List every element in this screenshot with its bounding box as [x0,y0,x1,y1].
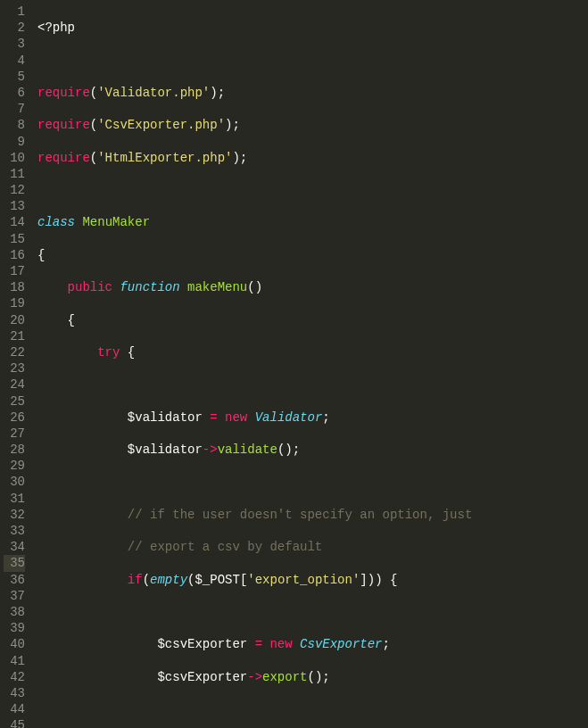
line-number: 23 [4,360,25,376]
function-name: makeMenu [187,280,247,294]
keyword: try [97,345,120,360]
variable: $validator [128,410,203,425]
line-number: 45 [4,717,25,728]
code-area[interactable]: <?php require('Validator.php'); require(… [32,0,588,728]
variable: $csvExporter [157,637,247,651]
line-number: 3 [4,36,25,52]
code-line[interactable]: $csvExporter = new CsvExporter; [37,636,588,652]
line-number: 5 [4,69,25,85]
line-number: 10 [4,150,25,166]
keyword: new [269,637,292,651]
php-open-tag: <?php [37,21,75,35]
line-number: 38 [4,604,25,620]
operator: -> [247,670,262,684]
code-line[interactable]: require('Validator.php'); [37,85,588,101]
line-number: 33 [4,523,25,539]
code-line[interactable]: // if the user doesn't specify an option… [37,507,588,523]
string: 'export_option' [247,573,360,587]
paren: ) [285,443,292,457]
code-line[interactable] [37,604,588,620]
line-number: 31 [4,491,25,507]
code-line[interactable]: <?php [37,20,588,36]
line-number: 36 [4,572,25,588]
code-line[interactable] [37,474,588,490]
line-number: 4 [4,53,25,69]
line-number: 34 [4,539,25,555]
brace: { [128,345,135,360]
paren: ) [368,573,375,587]
line-number: 37 [4,588,25,604]
bracket: ] [360,573,367,587]
line-number: 29 [4,458,25,474]
line-number-gutter: 1234567891011121314151617181920212223242… [0,0,32,728]
string: 'CsvExporter.php' [97,118,225,132]
line-number: 30 [4,474,25,490]
method: export [262,670,307,684]
code-line[interactable]: public function makeMenu() [37,279,588,295]
keyword: require [37,151,90,165]
line-number: 40 [4,636,25,652]
keyword: class [37,215,75,229]
code-line[interactable]: $validator = new Validator; [37,410,588,426]
line-number: 42 [4,669,25,685]
line-number: 1 [4,4,25,20]
code-line[interactable]: try { [37,344,588,360]
semicolon: ; [383,637,390,651]
line-number: 15 [4,231,25,247]
line-number: 12 [4,182,25,198]
line-number: 14 [4,214,25,230]
operator: -> [203,443,218,457]
keyword: new [225,410,247,425]
paren: ( [90,86,97,100]
line-number: 11 [4,166,25,182]
brace: { [390,573,397,587]
code-line[interactable]: // export a csv by default [37,539,588,555]
paren: ) [232,151,239,165]
keyword: require [37,118,90,132]
paren: ( [247,280,254,294]
class-name: MenuMaker [82,215,150,229]
line-number: 26 [4,410,25,426]
semicolon: ; [322,410,329,425]
type: CsvExporter [300,637,382,651]
line-number: 13 [4,198,25,214]
line-number: 18 [4,279,25,295]
code-line[interactable]: { [37,312,588,328]
variable: $_POST [195,573,239,587]
code-line[interactable]: $validator->validate(); [37,442,588,458]
variable: $validator [128,443,203,457]
code-line[interactable]: require('HtmlExporter.php'); [37,150,588,166]
code-editor[interactable]: 1234567891011121314151617181920212223242… [0,0,588,728]
code-line[interactable]: require('CsvExporter.php'); [37,117,588,133]
paren: ) [255,280,262,294]
semicolon: ; [293,443,300,457]
string: 'HtmlExporter.php' [97,151,232,165]
code-line[interactable]: class MenuMaker [37,214,588,230]
keyword: require [37,86,90,100]
operator: = [255,637,262,651]
line-number: 35 [4,555,25,571]
line-number: 25 [4,393,25,410]
code-line[interactable]: if(empty($_POST['export_option'])) { [37,572,588,588]
line-number: 41 [4,653,25,669]
code-line[interactable] [37,53,588,69]
code-line[interactable] [37,376,588,393]
code-line[interactable]: { [37,247,588,263]
method: validate [218,443,277,457]
code-line[interactable] [37,701,588,717]
line-number: 43 [4,685,25,701]
line-number: 19 [4,295,25,311]
paren: ) [210,86,217,100]
string: 'Validator.php' [97,86,210,100]
code-line[interactable] [37,182,588,198]
code-line[interactable]: $csvExporter->export(); [37,669,588,685]
line-number: 22 [4,344,25,360]
line-number: 28 [4,442,25,458]
line-number: 44 [4,701,25,717]
semicolon: ; [240,151,247,165]
line-number: 2 [4,20,25,36]
line-number: 17 [4,263,25,279]
line-number: 32 [4,507,25,523]
semicolon: ; [232,118,239,132]
variable: $csvExporter [157,670,247,684]
